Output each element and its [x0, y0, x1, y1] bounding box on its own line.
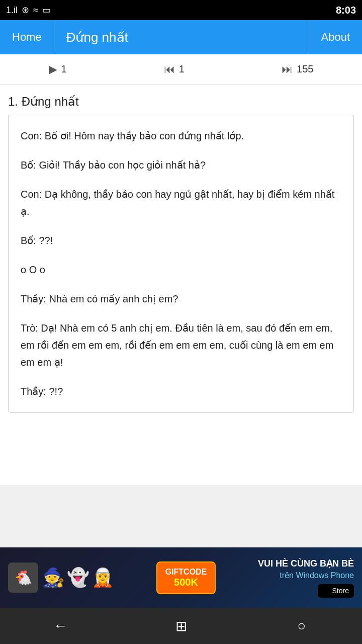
story-title: 1. Đứng nhất	[8, 95, 354, 109]
windows-store-icon: ⊞	[323, 586, 329, 596]
signal-icon: 1.il	[6, 5, 18, 16]
ad-right: VUI HÈ CÙNG BẠN BÈ trên Windows Phone ⊞ …	[258, 558, 354, 598]
char-2: 👻	[67, 567, 89, 588]
story-text: Con: Bố ơi! Hôm nay thầy bảo con đứng nh…	[21, 127, 341, 400]
ad-characters: 🧙 👻 🧝	[42, 567, 114, 588]
back-icon	[53, 618, 67, 634]
battery-text-icon: ▭	[42, 5, 51, 16]
back-button[interactable]	[40, 608, 80, 644]
skip-forward-button[interactable]: 155	[282, 63, 313, 76]
status-left: 1.il ⊛ ≈ ▭	[6, 5, 51, 16]
ad-giftcode-label: GIFTCODE	[165, 568, 207, 577]
ad-amount: 500K	[165, 577, 207, 588]
wifi-icon: ≈	[33, 5, 38, 16]
home-button[interactable]: Home	[0, 20, 54, 54]
search-button[interactable]: ○	[282, 608, 322, 644]
story-paragraph-5: Thầy: Nhà em có mấy anh chị em?	[21, 290, 341, 307]
ad-app-icon: 🐔	[8, 562, 38, 593]
story-paragraph-2: Con: Dạ không, thầy bảo con hay ngủ gật …	[21, 186, 341, 220]
play-button[interactable]: 1	[49, 63, 67, 76]
story-paragraph-3: Bố: ??!	[21, 232, 341, 249]
play-count: 1	[61, 63, 67, 75]
story-paragraph-4: o O o	[21, 261, 341, 278]
home-label: Home	[12, 31, 42, 44]
ad-banner[interactable]: 🐔 🧙 👻 🧝 GIFTCODE 500K VUI HÈ CÙNG BẠN BÈ…	[0, 547, 362, 608]
story-paragraph-6: Trò: Dạ! Nhà em có 5 anh chị em. Đầu tiê…	[21, 319, 341, 371]
char-3: 🧝	[92, 567, 114, 588]
status-right: 8:03	[336, 5, 356, 16]
page-title: Đứng nhất	[54, 30, 309, 45]
story-paragraph-0: Con: Bố ơi! Hôm nay thầy bảo con đứng nh…	[21, 127, 341, 144]
app-icon: ⊛	[22, 5, 29, 16]
search-icon: ○	[298, 618, 306, 634]
story-paragraph-1: Bố: Giỏi! Thầy bảo con học giỏi nhất hả?	[21, 156, 341, 174]
skip-back-button[interactable]: 1	[164, 63, 185, 76]
play-icon	[49, 63, 57, 76]
ad-giftcode-box[interactable]: GIFTCODE 500K	[156, 561, 216, 594]
time-display: 8:03	[336, 5, 356, 16]
controls-bar: 1 1 155	[0, 54, 362, 85]
char-1: 🧙	[42, 567, 65, 588]
windows-icon: ⊞	[175, 618, 187, 634]
ad-text2: trên Windows Phone	[280, 571, 354, 580]
windows-button[interactable]: ⊞	[161, 608, 201, 644]
ad-left: 🐔 🧙 👻 🧝	[8, 562, 114, 593]
story-paragraph-7: Thầy: ?!?	[21, 383, 341, 400]
skip-back-icon	[164, 63, 175, 76]
ad-store-text: Store	[332, 587, 349, 595]
story-box: Con: Bố ơi! Hôm nay thầy bảo con đứng nh…	[8, 115, 354, 413]
bottom-nav: ⊞ ○	[0, 608, 362, 644]
status-bar: 1.il ⊛ ≈ ▭ 8:03	[0, 0, 362, 20]
skip-forward-icon	[282, 63, 293, 76]
skip-back-count: 1	[179, 63, 185, 75]
about-label: About	[321, 31, 350, 44]
nav-bar: Home Đứng nhất About	[0, 20, 362, 54]
ad-store-badge[interactable]: ⊞ Store	[318, 584, 354, 598]
spacer	[0, 485, 362, 547]
about-button[interactable]: About	[309, 20, 363, 54]
ad-icon-symbol: 🐔	[15, 570, 32, 586]
ad-text1: VUI HÈ CÙNG BẠN BÈ	[258, 558, 354, 569]
skip-forward-count: 155	[297, 63, 313, 75]
main-content: 1. Đứng nhất Con: Bố ơi! Hôm nay thầy bả…	[0, 85, 362, 485]
